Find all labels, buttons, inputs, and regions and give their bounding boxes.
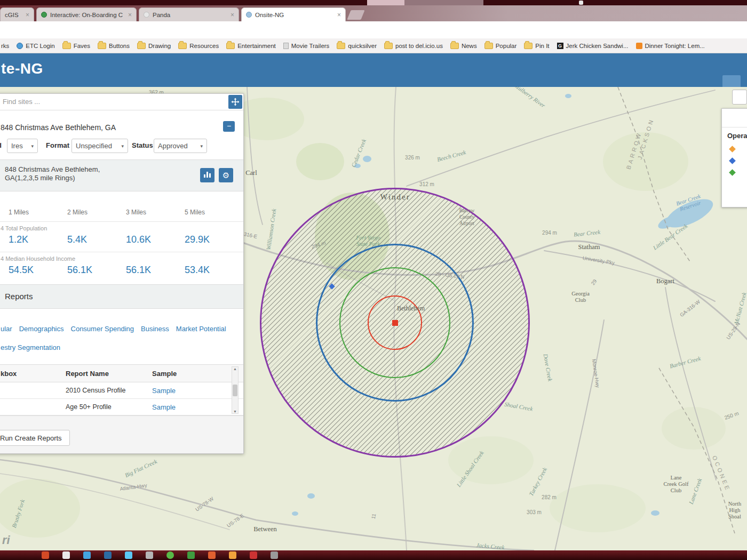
folder-icon [450,43,459,49]
header-report-name: Report Name [66,370,152,378]
bookmark-item[interactable]: GJerk Chicken Sandwi... [557,43,629,49]
legend-item[interactable] [722,140,747,151]
legend-item[interactable] [722,163,747,175]
site-panel: 848 Christmas Ave Bethlehem, GA − d Ires… [0,93,244,454]
settings-button[interactable]: ⚙ [219,168,233,182]
run-create-reports-button[interactable]: Run Create Reports [0,430,70,446]
tab-popular[interactable]: ular [1,325,12,333]
taskbar-app-icon[interactable] [229,551,236,559]
bookmark-item[interactable]: ETC Login [17,43,54,49]
map-control-button[interactable] [732,90,747,105]
bookmark-folder[interactable]: Buttons [98,43,130,49]
table-scrollbar[interactable]: ▲ ▼ [232,366,239,414]
collapse-site-button[interactable]: − [223,121,235,132]
tab-close-icon[interactable]: × [124,11,132,19]
tab-onsite-ng[interactable]: Onsite-NG × [241,7,346,21]
bookmark-folder[interactable]: Popular [484,43,517,49]
bookmark-folder[interactable]: quicksilver [337,43,377,49]
category-row-1: ular Demographics Consumer Spending Busi… [1,325,243,333]
folder-icon [384,43,393,49]
site-center-marker[interactable] [392,320,398,326]
folder-icon [484,43,493,49]
bar-chart-icon [203,171,211,179]
new-tab-button[interactable] [347,10,364,20]
legend-item[interactable] [722,151,747,163]
report-name: 2010 Census Profile [66,387,152,394]
map-label-elev-326: 326 m [405,155,420,161]
locate-button[interactable] [228,95,242,109]
taskbar-app-icon[interactable] [187,551,195,559]
folder-icon [137,43,146,49]
taskbar-app-icon[interactable] [208,551,216,559]
bookmark-folder[interactable]: Drawing [137,43,171,49]
tab-panda[interactable]: Panda × [139,7,239,21]
taskbar-app-icon[interactable] [166,551,174,559]
map-label-winder: Winder [380,193,410,202]
taskbar-app-icon[interactable] [42,551,49,559]
esri-attribution: ri [2,533,10,547]
taskbar-app-icon[interactable] [83,551,91,559]
tab-close-icon[interactable]: × [333,11,341,19]
move-icon [231,98,240,106]
stat-value: 54.5K [9,265,67,276]
g-icon: G [557,43,563,49]
tab-business[interactable]: Business [141,325,169,333]
legend-top-box [722,109,747,127]
taskbar-app-icon[interactable] [146,551,153,559]
bookmark-folder[interactable]: post to del.icio.us [384,43,443,49]
recipe-icon [636,43,642,49]
tab-label: Onsite-NG [255,12,284,18]
chart-button[interactable] [200,168,214,182]
tab-close-icon[interactable]: × [21,11,29,19]
report-categories: ular Demographics Consumer Spending Busi… [0,309,243,364]
scroll-down-icon[interactable]: ▼ [233,410,237,413]
status-select[interactable]: Approved ▾ [154,139,207,153]
taskbar-app-icon[interactable] [250,551,257,559]
stat-value: 53.4K [185,265,243,276]
bookmark-item[interactable]: rks [1,43,9,49]
tab-arcgis[interactable]: cGIS × [0,7,34,21]
bookmark-folder[interactable]: Resources [178,43,219,49]
column-header: 2 Miles [67,209,126,216]
table-row[interactable]: 2010 Census Profile Sample [0,382,243,399]
column-header: 5 Miles [185,209,243,216]
tab-close-icon[interactable]: × [226,11,234,19]
tab-consumer-spending[interactable]: Consumer Spending [71,325,134,333]
map-label-barrow-airport: Barrow County Airport [459,207,475,227]
taskbar-app-icon[interactable] [104,551,112,559]
bookmark-folder[interactable]: Entertainment [226,43,276,49]
stat-row-label: 4 Median Household Income [0,255,243,262]
tab-demographics[interactable]: Demographics [19,325,64,333]
table-row[interactable]: Age 50+ Profile Sample [0,399,243,415]
sample-link[interactable]: Sample [152,403,243,411]
category-row-2: estry Segmentation [1,343,243,351]
legend-title: Opera [722,127,747,140]
map-label-elev-312: 312 m [419,181,434,187]
panel-footer: Run Create Reports [0,415,243,453]
tab-onboarding[interactable]: Interactive: On-Boarding C × [36,7,137,21]
scroll-thumb[interactable] [233,385,237,396]
taskbar-app-icon[interactable] [62,551,70,559]
find-sites-input[interactable] [0,94,216,109]
radius-select[interactable]: Ires ▾ [7,139,38,153]
bookmark-folder[interactable]: News [450,43,477,49]
taskbar-app-icon[interactable] [125,551,132,559]
folder-icon [62,43,71,49]
tab-tapestry-segmentation[interactable]: estry Segmentation [1,343,60,351]
column-header: 3 Miles [126,209,185,216]
stat-value: 56.1K [67,265,126,276]
bookmark-item[interactable]: Dinner Tonight: Lem... [636,43,705,49]
stat-value: 10.6K [126,234,185,245]
gear-icon: ⚙ [222,171,229,180]
scroll-up-icon[interactable]: ▲ [233,367,237,371]
app-favicon [246,12,252,18]
bookmark-folder[interactable]: Faves [62,43,90,49]
stat-value: 56.1K [126,265,185,276]
bookmark-item[interactable]: Movie Trailers [283,43,330,49]
format-select[interactable]: Unspecified ▾ [71,139,128,153]
tab-market-potential[interactable]: Market Potential [176,325,226,333]
bookmark-folder[interactable]: Pin It [524,43,549,49]
taskbar-app-icon[interactable] [271,551,278,559]
sample-link[interactable]: Sample [152,387,243,395]
windows-taskbar [0,550,747,560]
